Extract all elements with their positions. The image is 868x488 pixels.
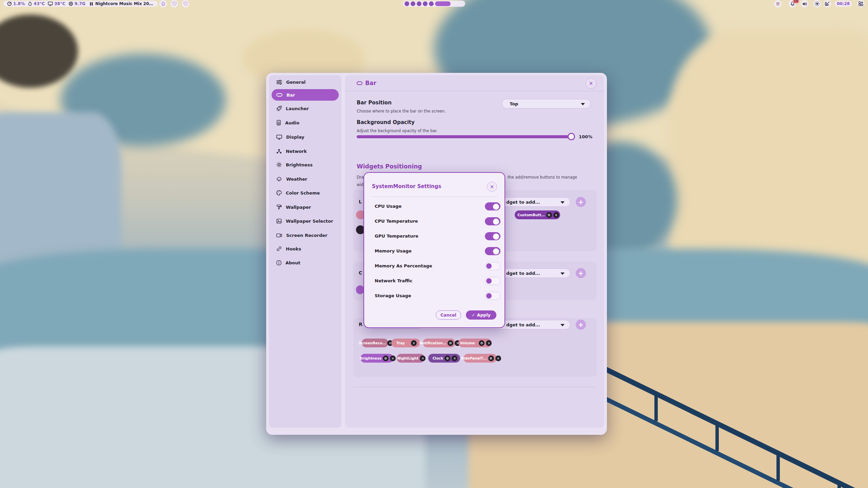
sidebar-item-launcher[interactable]: Launcher bbox=[272, 103, 339, 114]
notifications-button[interactable]: 10 bbox=[789, 0, 796, 7]
favorite-button-2[interactable] bbox=[182, 0, 189, 7]
close-icon: × bbox=[421, 357, 424, 360]
left-add-widget-button[interactable]: + bbox=[576, 197, 586, 207]
volume-button[interactable] bbox=[801, 0, 808, 7]
chevron-down-icon bbox=[560, 324, 565, 326]
modal-close-button[interactable]: × bbox=[487, 182, 497, 192]
gear-icon: ⚙ bbox=[548, 213, 551, 217]
widget-chip-tray[interactable]: Tray × bbox=[391, 339, 420, 347]
sidebar-item-color-scheme[interactable]: Color Scheme bbox=[272, 187, 339, 199]
sidebar-item-screen-recorder[interactable]: Screen Recorder bbox=[272, 229, 339, 241]
page-title: Bar bbox=[365, 80, 376, 86]
sidebar-item-audio[interactable]: Audio bbox=[272, 117, 339, 128]
sidebar-item-label: Color Scheme bbox=[286, 190, 320, 196]
widget-chip-custombutton[interactable]: CustomButt… ⚙ × bbox=[515, 210, 560, 219]
toggle-memory-usage[interactable] bbox=[485, 247, 500, 255]
sidebar-item-bar[interactable]: Bar bbox=[272, 89, 339, 101]
background-opacity-label: Background Opacity bbox=[357, 119, 415, 125]
toggle-cpu-usage[interactable] bbox=[485, 202, 500, 210]
night-light-button[interactable] bbox=[824, 0, 831, 7]
widget-chip-screenrecorder[interactable]: ScreenReco… × bbox=[362, 339, 388, 347]
workspace-dot-4[interactable] bbox=[423, 1, 428, 6]
cancel-button[interactable]: Cancel bbox=[436, 310, 461, 320]
flame-icon bbox=[28, 1, 32, 6]
sidebar-item-wallpaper-selector[interactable]: Wallpaper Selector bbox=[272, 215, 339, 227]
toggle-label-gpu-temperature: GPU Temperature bbox=[375, 233, 418, 239]
workspace-dot-3[interactable] bbox=[417, 1, 421, 6]
sidebar-item-general[interactable]: General bbox=[272, 76, 339, 88]
favorite-button-1[interactable] bbox=[171, 0, 178, 7]
media-player-module[interactable]: Nightcore Music Mix 20… bbox=[86, 1, 158, 7]
clock-module[interactable]: 00:28 bbox=[835, 1, 852, 7]
info-icon bbox=[276, 260, 281, 265]
chip-settings-button[interactable]: ⚙ bbox=[445, 355, 450, 361]
tray-app-button[interactable] bbox=[774, 0, 782, 7]
widgets-description-fragment-2: the add/remove buttons to manage bbox=[508, 175, 577, 180]
cpu-load-value: 1.8% bbox=[13, 1, 25, 6]
chip-label: NightLight bbox=[397, 356, 419, 360]
toggle-memory-as-percentage[interactable] bbox=[485, 262, 500, 270]
right-widgets-header-fragment: R bbox=[359, 322, 362, 327]
toggle-knob bbox=[486, 263, 492, 269]
toggle-storage-usage[interactable] bbox=[485, 292, 500, 300]
chip-remove-button[interactable]: × bbox=[452, 355, 457, 361]
dashboard-button[interactable] bbox=[857, 0, 865, 7]
workspace-dot-2[interactable] bbox=[411, 1, 415, 6]
image-icon bbox=[276, 219, 282, 224]
workspace-active-pill[interactable] bbox=[435, 1, 451, 6]
chip-settings-button[interactable]: ⚙ bbox=[479, 340, 485, 346]
widgets-description-fragment-1: Dra bbox=[357, 175, 364, 180]
chip-remove-button[interactable]: × bbox=[495, 355, 501, 361]
widget-chip-volume[interactable]: Volume ⚙ × bbox=[458, 339, 492, 347]
sidebar-item-network[interactable]: Network bbox=[272, 145, 339, 157]
memory-value: 9.7G bbox=[75, 1, 85, 6]
skull-button[interactable] bbox=[159, 0, 167, 7]
opacity-slider-knob[interactable] bbox=[568, 133, 575, 140]
media-title: Nightcore Music Mix 20… bbox=[95, 1, 153, 6]
chip-label: SidePanelT… bbox=[461, 356, 487, 360]
background-opacity-slider[interactable] bbox=[357, 135, 574, 138]
right-add-widget-button[interactable]: + bbox=[576, 320, 586, 330]
widget-chip-sidepanel[interactable]: SidePanelT… ⚙ × bbox=[463, 354, 497, 363]
gpu-temp-value: 38°C bbox=[54, 1, 65, 6]
toggle-network-traffic[interactable] bbox=[485, 277, 500, 285]
header-divider bbox=[345, 91, 604, 91]
sidebar-item-brightness[interactable]: Brightness bbox=[272, 159, 339, 170]
workspace-dot-5[interactable] bbox=[429, 1, 434, 6]
chip-settings-button[interactable]: ⚙ bbox=[448, 340, 453, 346]
bar-page-icon bbox=[357, 81, 362, 85]
gear-icon: ⚙ bbox=[449, 341, 452, 345]
sidebar-item-wallpaper[interactable]: Wallpaper bbox=[272, 201, 339, 213]
speaker-box-icon bbox=[276, 120, 281, 125]
toggle-label-memory-as-percentage: Memory As Percentage bbox=[375, 263, 432, 268]
chip-settings-button[interactable]: ⚙ bbox=[546, 212, 552, 218]
hidden-chip-sliver[interactable] bbox=[356, 285, 364, 294]
bar-pill-icon bbox=[276, 93, 282, 97]
chip-remove-button[interactable]: × bbox=[420, 355, 426, 361]
sidebar-item-hooks[interactable]: Hooks bbox=[272, 243, 339, 255]
widget-chip-clock[interactable]: Clock ⚙ × bbox=[428, 354, 460, 363]
chip-remove-button[interactable]: × bbox=[411, 340, 417, 346]
sidebar-item-about[interactable]: About bbox=[272, 257, 339, 268]
workspace-dot-1[interactable] bbox=[405, 1, 409, 6]
sidebar-item-weather[interactable]: Weather bbox=[272, 173, 339, 185]
workspaces-indicator[interactable] bbox=[403, 1, 465, 7]
chip-remove-button[interactable]: × bbox=[486, 340, 492, 346]
widget-chip-brightness[interactable]: Brightness ⚙ × bbox=[360, 354, 393, 363]
toggle-gpu-temperature[interactable] bbox=[485, 232, 500, 240]
sidebar-item-display[interactable]: Display bbox=[272, 131, 339, 143]
bar-position-dropdown[interactable]: Top bbox=[502, 99, 591, 108]
chip-remove-button[interactable]: × bbox=[553, 212, 559, 218]
brightness-button[interactable] bbox=[813, 0, 821, 7]
widget-chip-notification[interactable]: Notification… ⚙ × bbox=[423, 339, 455, 347]
chip-settings-button[interactable]: ⚙ bbox=[488, 355, 494, 361]
chip-remove-button[interactable]: × bbox=[390, 355, 396, 361]
widget-chip-nightlight[interactable]: NightLight × bbox=[397, 354, 425, 363]
toggle-cpu-temperature[interactable] bbox=[485, 217, 500, 225]
apply-button[interactable]: ✓ Apply bbox=[466, 310, 496, 320]
close-icon: × bbox=[453, 357, 456, 360]
chip-settings-button[interactable]: ⚙ bbox=[383, 355, 389, 361]
window-close-button[interactable]: × bbox=[586, 78, 596, 89]
sidebar-item-label: Hooks bbox=[286, 246, 301, 251]
center-add-widget-button[interactable]: + bbox=[576, 268, 586, 278]
